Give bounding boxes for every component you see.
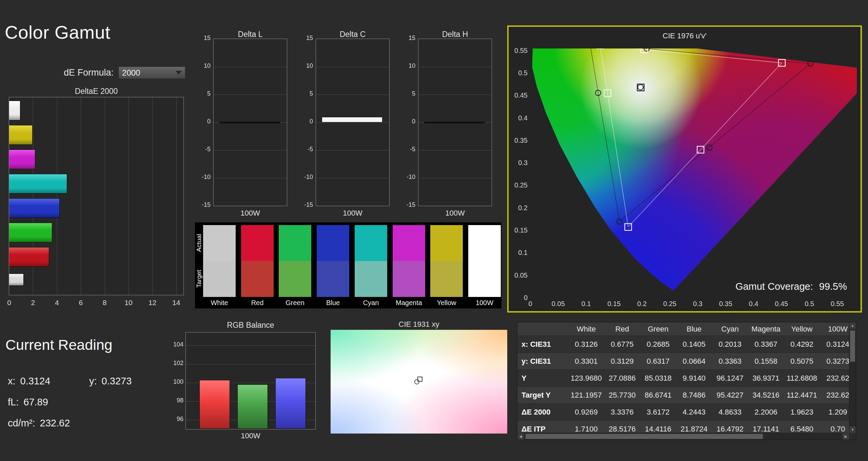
- gamut-coverage-label: Gamut Coverage:: [735, 281, 813, 292]
- swatch-label: Cyan: [355, 299, 387, 307]
- gridline: [176, 97, 177, 295]
- table-cell: 96.1247: [712, 370, 748, 386]
- y-tick-label: 0.55: [511, 47, 528, 55]
- table-cell: 0.4292: [784, 336, 820, 353]
- app-root: Color Gamut dE Formula: 2000 DeltaE 2000…: [0, 0, 868, 461]
- table-row: Y123.968027.088685.03189.914096.124736.9…: [517, 370, 849, 387]
- cie-1976-diagram: [530, 48, 857, 298]
- horizontal-scrollbar[interactable]: ◀ ▶: [517, 433, 849, 440]
- swatch-green: [279, 225, 311, 297]
- swatch-label: Blue: [317, 299, 349, 307]
- swatch-actual: [279, 225, 311, 261]
- gridline: [152, 97, 153, 295]
- table-cell: 123.9680: [568, 370, 604, 386]
- swatch-magenta: [393, 225, 425, 297]
- x-tick-label: 0: [2, 299, 17, 307]
- swatch-label: Yellow: [430, 299, 463, 307]
- swatch-white: [203, 225, 236, 297]
- bar-green: [237, 384, 268, 429]
- table-cell: 14.4116: [640, 421, 676, 433]
- table-row: x: CIE310.31260.67750.26850.14050.20130.…: [517, 336, 849, 353]
- x-tick-label: 0.1: [577, 300, 595, 308]
- x-tick-label: 0.35: [717, 300, 734, 308]
- gridline: [418, 178, 492, 178]
- gamut-coverage-value: 99.5%: [819, 281, 847, 292]
- horizontal-scroll-thumb[interactable]: [526, 434, 763, 439]
- delta-h-title: Delta H: [418, 30, 492, 39]
- swatch-label: Magenta: [393, 299, 425, 307]
- swatch-cyan: [355, 225, 387, 297]
- cd-value: 232.62: [40, 418, 70, 429]
- table-cell: 0.6317: [640, 353, 676, 369]
- table-cell: 0.1558: [748, 353, 784, 369]
- y-tick-label: 102: [166, 360, 183, 367]
- table-cell: 232.62: [820, 370, 849, 386]
- table-cell: 9.9140: [676, 370, 712, 386]
- gridline: [57, 97, 57, 295]
- current-reading-x: x: 0.3124: [8, 376, 50, 387]
- fl-label: fL:: [8, 397, 19, 408]
- vertical-scrollbar[interactable]: ▲ ▼: [849, 322, 856, 433]
- scroll-right-button[interactable]: ▶: [843, 433, 849, 440]
- vertical-scroll-thumb[interactable]: [850, 330, 855, 362]
- chevron-down-icon: [176, 71, 182, 75]
- de-formula-row: dE Formula: 2000: [64, 66, 185, 79]
- table-header-cell: Blue: [676, 322, 712, 336]
- swatch-target: [468, 261, 501, 297]
- gridline: [214, 150, 287, 151]
- swatch-actual: [317, 225, 349, 261]
- table-cell: 16.4792: [712, 421, 748, 433]
- deltae-chart-title: DeltaE 2000: [9, 87, 184, 96]
- scroll-up-button[interactable]: ▲: [849, 322, 856, 329]
- x-tick-label: 0.45: [773, 300, 790, 308]
- swatch-blue: [317, 225, 349, 297]
- gridline: [316, 150, 389, 151]
- de-formula-dropdown[interactable]: 2000: [118, 66, 185, 79]
- bar-yellow: [9, 125, 33, 145]
- table-cell: 0.2013: [712, 336, 748, 353]
- delta-c-chart: [316, 39, 390, 206]
- row-label: ΔE 2000: [517, 404, 568, 420]
- table-cell: 86.6741: [640, 387, 676, 403]
- table-header-row: WhiteRedGreenBlueCyanMagentaYellow100W: [517, 322, 849, 336]
- gridline: [418, 95, 492, 95]
- scroll-left-button[interactable]: ◀: [517, 433, 524, 440]
- de-formula-value: 2000: [122, 68, 140, 78]
- table-cell: 0.3124: [820, 336, 849, 353]
- bar-red: [9, 247, 49, 267]
- table-cell: 0.9269: [568, 404, 604, 420]
- y-tick-label: 15: [193, 35, 211, 42]
- gridline: [81, 97, 81, 295]
- y-tick-label: -15: [295, 201, 313, 208]
- swatch-actual: [393, 225, 425, 261]
- gridline: [316, 95, 389, 95]
- bar-blue: [275, 378, 306, 429]
- page-title: Color Gamut: [5, 22, 111, 43]
- rgb-balance-title: RGB Balance: [185, 321, 316, 330]
- y-tick-label: 0.35: [511, 137, 528, 144]
- y-tick-label: 0.4: [511, 114, 528, 122]
- swatch-label: Red: [241, 299, 274, 307]
- y-tick-label: -10: [193, 174, 211, 181]
- table-cell: 6.5480: [784, 421, 820, 433]
- y-tick-label: 0.25: [511, 181, 528, 189]
- y-tick-label: 0: [398, 118, 415, 125]
- table-cell: 3.3376: [604, 404, 640, 420]
- gridline: [316, 178, 389, 178]
- current-reading-title: Current Reading: [5, 337, 113, 353]
- table-cell: 112.6808: [784, 370, 820, 386]
- x-tick-label: 6: [73, 299, 88, 307]
- y-tick-label: -15: [193, 201, 211, 208]
- y-tick-label: 15: [295, 35, 313, 42]
- gridline: [418, 150, 492, 151]
- x-tick-label: 2: [25, 299, 40, 307]
- cie-1976-panel: CIE 1976 u'v' Gamut Coverage: 99.5% 0.55…: [507, 25, 862, 313]
- deltae-bar-chart: [9, 97, 184, 295]
- y-tick-label: 0.1: [511, 249, 528, 257]
- table-row: ΔE ITP1.710028.517614.411621.872416.4792…: [517, 421, 849, 433]
- scroll-down-button[interactable]: ▼: [849, 426, 856, 433]
- swatch-100w: [468, 225, 501, 297]
- gridline: [316, 67, 389, 67]
- table-cell: 0.3367: [748, 336, 784, 353]
- table-header-cell: Cyan: [712, 322, 748, 336]
